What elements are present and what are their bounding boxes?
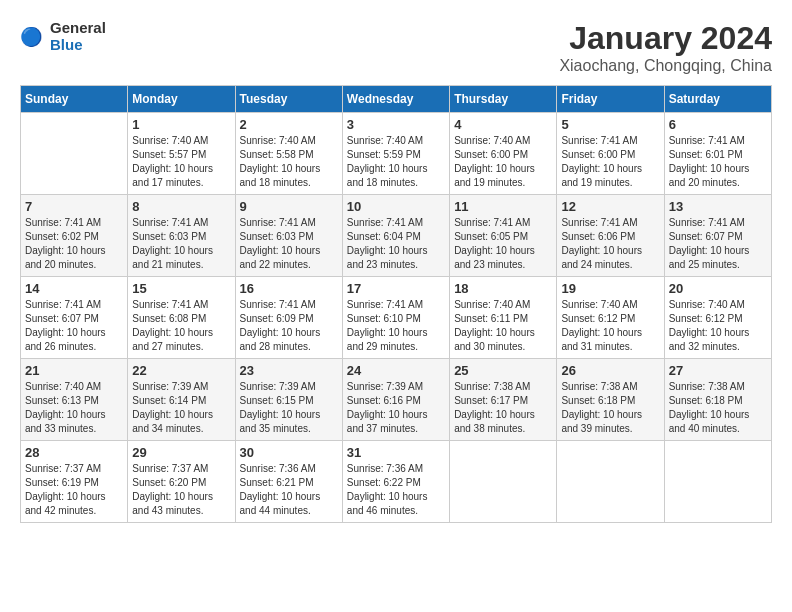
day-number: 12 [561, 199, 659, 214]
day-cell [450, 441, 557, 523]
day-info: Sunrise: 7:37 AMSunset: 6:20 PMDaylight:… [132, 462, 230, 518]
day-cell: 14Sunrise: 7:41 AMSunset: 6:07 PMDayligh… [21, 277, 128, 359]
day-number: 5 [561, 117, 659, 132]
day-number: 16 [240, 281, 338, 296]
day-info: Sunrise: 7:41 AMSunset: 6:00 PMDaylight:… [561, 134, 659, 190]
weekday-header-thursday: Thursday [450, 86, 557, 113]
day-cell: 4Sunrise: 7:40 AMSunset: 6:00 PMDaylight… [450, 113, 557, 195]
day-number: 22 [132, 363, 230, 378]
day-cell: 17Sunrise: 7:41 AMSunset: 6:10 PMDayligh… [342, 277, 449, 359]
day-info: Sunrise: 7:40 AMSunset: 6:11 PMDaylight:… [454, 298, 552, 354]
day-cell: 8Sunrise: 7:41 AMSunset: 6:03 PMDaylight… [128, 195, 235, 277]
day-cell: 23Sunrise: 7:39 AMSunset: 6:15 PMDayligh… [235, 359, 342, 441]
title-block: January 2024 Xiaochang, Chongqing, China [559, 20, 772, 75]
day-cell: 16Sunrise: 7:41 AMSunset: 6:09 PMDayligh… [235, 277, 342, 359]
day-number: 31 [347, 445, 445, 460]
day-info: Sunrise: 7:36 AMSunset: 6:21 PMDaylight:… [240, 462, 338, 518]
week-row-5: 28Sunrise: 7:37 AMSunset: 6:19 PMDayligh… [21, 441, 772, 523]
calendar-table: SundayMondayTuesdayWednesdayThursdayFrid… [20, 85, 772, 523]
weekday-header-saturday: Saturday [664, 86, 771, 113]
day-number: 17 [347, 281, 445, 296]
day-number: 4 [454, 117, 552, 132]
day-number: 26 [561, 363, 659, 378]
day-info: Sunrise: 7:38 AMSunset: 6:18 PMDaylight:… [561, 380, 659, 436]
day-info: Sunrise: 7:41 AMSunset: 6:07 PMDaylight:… [669, 216, 767, 272]
day-info: Sunrise: 7:40 AMSunset: 6:13 PMDaylight:… [25, 380, 123, 436]
day-info: Sunrise: 7:39 AMSunset: 6:16 PMDaylight:… [347, 380, 445, 436]
day-info: Sunrise: 7:41 AMSunset: 6:09 PMDaylight:… [240, 298, 338, 354]
day-info: Sunrise: 7:40 AMSunset: 5:57 PMDaylight:… [132, 134, 230, 190]
day-cell [21, 113, 128, 195]
day-number: 25 [454, 363, 552, 378]
page-header: 🔵 General Blue January 2024 Xiaochang, C… [20, 20, 772, 75]
day-number: 30 [240, 445, 338, 460]
day-cell: 1Sunrise: 7:40 AMSunset: 5:57 PMDaylight… [128, 113, 235, 195]
day-info: Sunrise: 7:41 AMSunset: 6:04 PMDaylight:… [347, 216, 445, 272]
weekday-header-monday: Monday [128, 86, 235, 113]
day-info: Sunrise: 7:39 AMSunset: 6:15 PMDaylight:… [240, 380, 338, 436]
week-row-2: 7Sunrise: 7:41 AMSunset: 6:02 PMDaylight… [21, 195, 772, 277]
day-number: 14 [25, 281, 123, 296]
day-number: 9 [240, 199, 338, 214]
day-cell: 29Sunrise: 7:37 AMSunset: 6:20 PMDayligh… [128, 441, 235, 523]
day-cell: 6Sunrise: 7:41 AMSunset: 6:01 PMDaylight… [664, 113, 771, 195]
day-number: 28 [25, 445, 123, 460]
logo-icon: 🔵 [20, 23, 48, 51]
weekday-header-wednesday: Wednesday [342, 86, 449, 113]
day-info: Sunrise: 7:40 AMSunset: 6:00 PMDaylight:… [454, 134, 552, 190]
weekday-header-row: SundayMondayTuesdayWednesdayThursdayFrid… [21, 86, 772, 113]
day-cell: 19Sunrise: 7:40 AMSunset: 6:12 PMDayligh… [557, 277, 664, 359]
day-info: Sunrise: 7:41 AMSunset: 6:03 PMDaylight:… [132, 216, 230, 272]
day-number: 13 [669, 199, 767, 214]
day-cell: 21Sunrise: 7:40 AMSunset: 6:13 PMDayligh… [21, 359, 128, 441]
weekday-header-friday: Friday [557, 86, 664, 113]
day-cell: 10Sunrise: 7:41 AMSunset: 6:04 PMDayligh… [342, 195, 449, 277]
week-row-1: 1Sunrise: 7:40 AMSunset: 5:57 PMDaylight… [21, 113, 772, 195]
day-info: Sunrise: 7:41 AMSunset: 6:03 PMDaylight:… [240, 216, 338, 272]
day-info: Sunrise: 7:41 AMSunset: 6:06 PMDaylight:… [561, 216, 659, 272]
day-info: Sunrise: 7:40 AMSunset: 5:58 PMDaylight:… [240, 134, 338, 190]
day-number: 27 [669, 363, 767, 378]
day-info: Sunrise: 7:40 AMSunset: 6:12 PMDaylight:… [669, 298, 767, 354]
day-info: Sunrise: 7:38 AMSunset: 6:17 PMDaylight:… [454, 380, 552, 436]
day-info: Sunrise: 7:38 AMSunset: 6:18 PMDaylight:… [669, 380, 767, 436]
day-info: Sunrise: 7:41 AMSunset: 6:07 PMDaylight:… [25, 298, 123, 354]
day-number: 19 [561, 281, 659, 296]
day-cell: 24Sunrise: 7:39 AMSunset: 6:16 PMDayligh… [342, 359, 449, 441]
day-number: 7 [25, 199, 123, 214]
day-number: 21 [25, 363, 123, 378]
day-number: 1 [132, 117, 230, 132]
day-cell: 5Sunrise: 7:41 AMSunset: 6:00 PMDaylight… [557, 113, 664, 195]
svg-text:🔵: 🔵 [20, 25, 43, 47]
day-cell: 11Sunrise: 7:41 AMSunset: 6:05 PMDayligh… [450, 195, 557, 277]
day-number: 18 [454, 281, 552, 296]
day-info: Sunrise: 7:41 AMSunset: 6:05 PMDaylight:… [454, 216, 552, 272]
day-cell [664, 441, 771, 523]
day-cell: 28Sunrise: 7:37 AMSunset: 6:19 PMDayligh… [21, 441, 128, 523]
day-info: Sunrise: 7:39 AMSunset: 6:14 PMDaylight:… [132, 380, 230, 436]
weekday-header-sunday: Sunday [21, 86, 128, 113]
logo: 🔵 General Blue [20, 20, 106, 53]
day-number: 8 [132, 199, 230, 214]
day-cell: 31Sunrise: 7:36 AMSunset: 6:22 PMDayligh… [342, 441, 449, 523]
day-info: Sunrise: 7:40 AMSunset: 6:12 PMDaylight:… [561, 298, 659, 354]
day-info: Sunrise: 7:37 AMSunset: 6:19 PMDaylight:… [25, 462, 123, 518]
day-cell: 13Sunrise: 7:41 AMSunset: 6:07 PMDayligh… [664, 195, 771, 277]
location: Xiaochang, Chongqing, China [559, 57, 772, 75]
day-cell: 20Sunrise: 7:40 AMSunset: 6:12 PMDayligh… [664, 277, 771, 359]
day-info: Sunrise: 7:36 AMSunset: 6:22 PMDaylight:… [347, 462, 445, 518]
day-cell: 30Sunrise: 7:36 AMSunset: 6:21 PMDayligh… [235, 441, 342, 523]
month-title: January 2024 [559, 20, 772, 57]
day-number: 29 [132, 445, 230, 460]
day-info: Sunrise: 7:40 AMSunset: 5:59 PMDaylight:… [347, 134, 445, 190]
day-number: 6 [669, 117, 767, 132]
day-number: 10 [347, 199, 445, 214]
day-cell: 9Sunrise: 7:41 AMSunset: 6:03 PMDaylight… [235, 195, 342, 277]
day-cell: 22Sunrise: 7:39 AMSunset: 6:14 PMDayligh… [128, 359, 235, 441]
day-number: 24 [347, 363, 445, 378]
day-cell [557, 441, 664, 523]
day-info: Sunrise: 7:41 AMSunset: 6:02 PMDaylight:… [25, 216, 123, 272]
day-cell: 25Sunrise: 7:38 AMSunset: 6:17 PMDayligh… [450, 359, 557, 441]
logo-general: General [50, 19, 106, 36]
day-cell: 2Sunrise: 7:40 AMSunset: 5:58 PMDaylight… [235, 113, 342, 195]
